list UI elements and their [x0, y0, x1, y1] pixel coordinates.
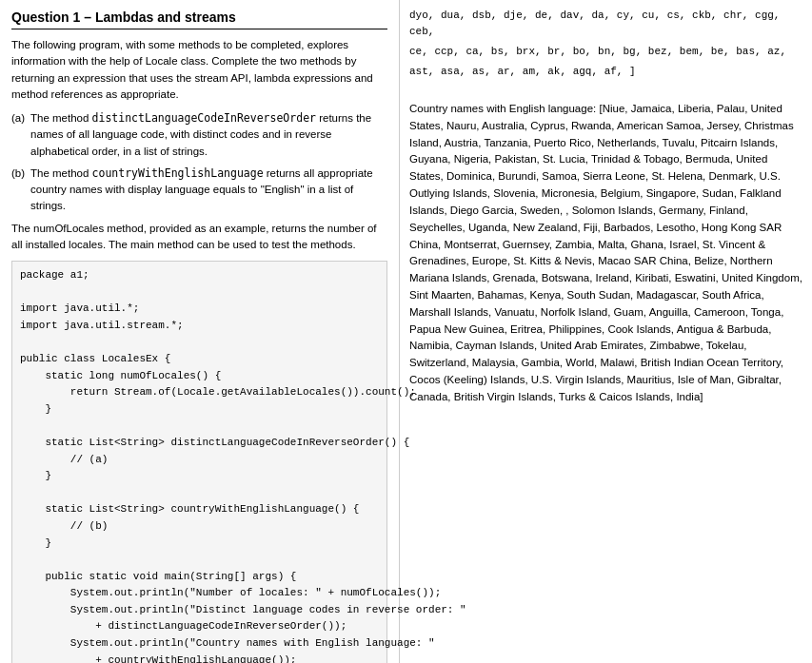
question-title: Question 1 – Lambdas and streams: [11, 10, 387, 29]
left-panel: Question 1 – Lambdas and streams The fol…: [0, 0, 400, 663]
mono-line-2: ce, ccp, ca, bs, brx, br, bo, bn, bg, be…: [409, 44, 802, 60]
right-panel-content: dyo, dua, dsb, dje, de, dav, da, cy, cu,…: [409, 8, 802, 406]
task-a: (a) The method distinctLanguageCodeInRev…: [11, 110, 387, 160]
mono-line-3: ast, asa, as, ar, am, ak, agq, af, ]: [409, 64, 802, 80]
country-text: Palau, United States, Nauru, Australia, …: [409, 103, 802, 402]
task-b: (b) The method countryWithEnglishLanguag…: [11, 166, 387, 215]
main-container: Question 1 – Lambdas and streams The fol…: [0, 0, 812, 663]
right-panel: dyo, dua, dsb, dje, de, dav, da, cy, cu,…: [400, 0, 812, 663]
code-block: package a1; import java.util.*; import j…: [11, 261, 387, 663]
num-locales-desc: The numOfLocales method, provided as an …: [11, 221, 387, 254]
task-b-label: (b): [11, 166, 30, 215]
task-a-label: (a): [11, 110, 30, 160]
task-a-desc: The method distinctLanguageCodeInReverse…: [30, 110, 387, 160]
mono-line-1: dyo, dua, dsb, dje, de, dav, da, cy, cu,…: [409, 8, 802, 40]
country-label: Country names with English language: [Ni…: [409, 103, 717, 114]
task-b-desc: The method countryWithEnglishLanguage re…: [30, 166, 387, 215]
intro-text: The following program, with some methods…: [11, 37, 387, 103]
